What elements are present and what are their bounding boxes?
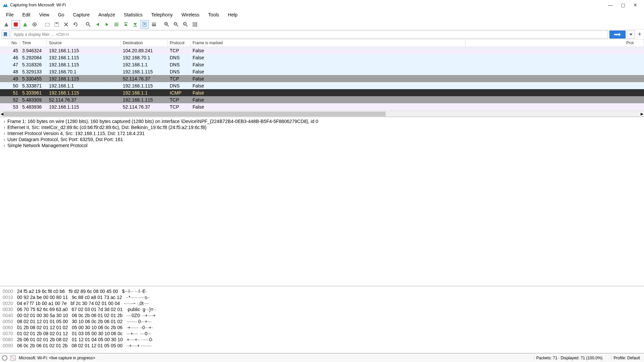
zoom-in-icon — [164, 22, 169, 27]
hex-line[interactable]: 0060 01 2b 08 02 01 12 01 02 05 00 30 10… — [3, 324, 641, 330]
packet-list-body[interactable]: 453.946324192.168.1.115104.20.89.241TCPF… — [0, 47, 644, 111]
detail-tree-item[interactable]: ›User Datagram Protocol, Src Port: 63259… — [0, 136, 644, 142]
hex-line[interactable]: 0020 04 e7 f7 1b 00 a1 00 7e bf 2c 30 74… — [3, 300, 641, 306]
menu-statistics[interactable]: Statistics — [120, 11, 147, 19]
menu-view[interactable]: View — [35, 11, 53, 19]
capture-options-button[interactable] — [30, 20, 39, 29]
hex-line[interactable]: 0050 08 02 01 12 01 01 05 00 30 10 06 0c… — [3, 318, 641, 324]
titlebar: Capturing from Microsoft: Wi-Fi — ▢ ✕ — [0, 0, 644, 10]
col-no[interactable]: No. — [0, 40, 20, 47]
zoom-reset-button[interactable]: 1 — [181, 20, 190, 29]
add-filter-button[interactable]: + — [636, 31, 643, 38]
packet-row[interactable]: 515.333961192.168.1.115192.168.1.1ICMPFa… — [0, 89, 644, 96]
menu-wireless[interactable]: Wireless — [177, 11, 204, 19]
colorize-button[interactable] — [150, 20, 158, 29]
menu-capture[interactable]: Capture — [69, 11, 94, 19]
packet-bytes-pane[interactable]: 0000 24 f5 a2 19 6c f8 c0 b6 f9 d2 89 6c… — [0, 286, 644, 353]
horizontal-scrollbar[interactable]: ◂ ▸ — [0, 111, 644, 117]
status-packets: Packets: 71 · Displayed: 71 (100.0%) — [534, 356, 604, 360]
hex-line[interactable]: 0080 2b 06 01 02 01 2b 08 02 01 12 01 04… — [3, 337, 641, 343]
arrow-right-icon — [104, 22, 110, 27]
svg-rect-27 — [193, 22, 194, 26]
packet-row[interactable]: 535.483936192.168.1.11552.114.76.37TCPFa… — [0, 103, 644, 110]
packet-row[interactable]: 453.946324192.168.1.115104.20.89.241TCPF… — [0, 47, 644, 54]
x-icon — [63, 22, 69, 27]
capture-file-properties-icon[interactable] — [10, 355, 16, 361]
display-filter-input[interactable] — [11, 31, 608, 39]
packet-list-pane: No. Time Source Destination Protocol Fra… — [0, 40, 644, 117]
autoscroll-button[interactable] — [140, 20, 149, 29]
arrow-right-icon — [613, 33, 622, 37]
status-profile[interactable]: Profile: Default — [611, 356, 642, 360]
scroll-left-icon[interactable]: ◂ — [1, 111, 3, 117]
svg-rect-14 — [152, 22, 156, 23]
menu-file[interactable]: File — [2, 11, 18, 19]
expand-icon[interactable]: › — [1, 143, 7, 148]
zoom-in-button[interactable] — [162, 20, 171, 29]
reload-button[interactable] — [71, 20, 80, 29]
go-forward-button[interactable] — [103, 20, 111, 29]
packet-row[interactable]: 465.292084192.168.1.115192.168.70.1DNSFa… — [0, 54, 644, 61]
svg-rect-5 — [56, 22, 58, 24]
col-tail[interactable]: Prot — [466, 40, 644, 47]
go-last-button[interactable] — [131, 20, 140, 29]
detail-tree-item[interactable]: ›Frame 1: 160 bytes on wire (1280 bits),… — [0, 118, 644, 124]
close-button[interactable]: ✕ — [633, 2, 637, 8]
packet-details-pane[interactable]: ›Frame 1: 160 bytes on wire (1280 bits),… — [0, 117, 644, 286]
menu-go[interactable]: Go — [54, 11, 68, 19]
packet-row[interactable]: 525.48330952.114.76.37192.168.1.115TCPFa… — [0, 96, 644, 103]
zoom-out-button[interactable] — [172, 20, 180, 29]
col-source[interactable]: Source — [47, 40, 121, 47]
go-first-button[interactable] — [121, 20, 130, 29]
col-protocol[interactable]: Protocol — [168, 40, 191, 47]
hex-line[interactable]: 0040 00 02 01 00 30 5a 30 10 06 0c 2b 06… — [3, 312, 641, 318]
svg-rect-0 — [14, 22, 18, 26]
status-text: Microsoft: Wi-Fi: <live capture in progr… — [19, 356, 95, 360]
col-destination[interactable]: Destination — [121, 40, 168, 47]
packet-row[interactable]: 495.330455192.168.1.11552.114.76.37TCPFa… — [0, 75, 644, 82]
expand-icon[interactable]: › — [1, 131, 7, 136]
menu-telephony[interactable]: Telephony — [147, 11, 177, 19]
menu-help[interactable]: Help — [224, 11, 241, 19]
go-back-button[interactable] — [93, 20, 102, 29]
minimize-button[interactable]: — — [608, 2, 613, 8]
find-button[interactable] — [84, 20, 93, 29]
start-capture-button[interactable] — [2, 20, 11, 29]
expert-info-icon[interactable] — [2, 355, 7, 361]
save-icon — [54, 22, 59, 27]
menu-analyze[interactable]: Analyze — [94, 11, 119, 19]
expand-icon[interactable]: › — [1, 125, 7, 130]
open-file-button[interactable] — [43, 20, 52, 29]
packet-row[interactable]: 505.333871192.168.1.1192.168.1.115DNSFal… — [0, 82, 644, 89]
hex-line[interactable]: 0090 06 0c 2b 06 01 02 01 2b 08 02 01 12… — [3, 343, 641, 349]
close-file-button[interactable] — [62, 20, 70, 29]
expand-icon[interactable]: › — [1, 137, 7, 142]
expand-icon[interactable]: › — [1, 119, 7, 124]
filter-bookmark-button[interactable] — [1, 31, 9, 39]
hex-line[interactable]: 0010 00 92 2a be 00 00 80 11 9c 88 c0 a8… — [3, 294, 641, 300]
go-to-packet-button[interactable] — [112, 20, 121, 29]
svg-rect-10 — [114, 25, 118, 26]
svg-line-22 — [177, 25, 178, 26]
detail-tree-item[interactable]: ›Internet Protocol Version 4, Src: 192.1… — [0, 130, 644, 136]
apply-filter-button[interactable] — [609, 31, 626, 39]
packet-row[interactable]: 485.329133192.168.70.1192.168.1.115DNSFa… — [0, 68, 644, 75]
restart-capture-button[interactable] — [21, 20, 30, 29]
detail-tree-item[interactable]: ›Simple Network Management Protocol — [0, 142, 644, 148]
packet-row[interactable]: 475.318326192.168.1.115192.168.1.1DNSFal… — [0, 61, 644, 68]
menu-tools[interactable]: Tools — [204, 11, 223, 19]
hex-line[interactable]: 0030 06 70 75 62 6c 69 63 a0 67 02 03 01… — [3, 306, 641, 312]
detail-tree-item[interactable]: ›Ethernet II, Src: IntelCor_d2:89:6c (c0… — [0, 124, 644, 130]
col-time[interactable]: Time — [20, 40, 47, 47]
hex-line[interactable]: 0000 24 f5 a2 19 6c f8 c0 b6 f9 d2 89 6c… — [3, 288, 641, 294]
hex-line[interactable]: 0070 01 02 01 2b 08 02 01 12 01 03 05 00… — [3, 330, 641, 337]
menu-edit[interactable]: Edit — [18, 11, 35, 19]
save-button[interactable] — [52, 20, 61, 29]
resize-columns-button[interactable] — [191, 20, 199, 29]
col-frame-marked[interactable]: Frame is marked — [191, 40, 466, 47]
stop-capture-button[interactable] — [11, 20, 20, 29]
maximize-button[interactable]: ▢ — [621, 2, 625, 8]
scroll-right-icon[interactable]: ▸ — [641, 111, 643, 117]
filter-expand-button[interactable] — [627, 31, 635, 39]
svg-point-2 — [34, 24, 35, 25]
